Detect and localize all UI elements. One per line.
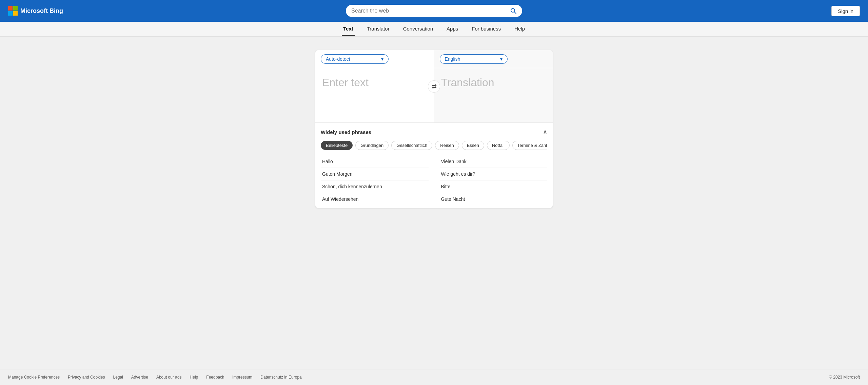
category-grundlagen[interactable]: Grundlagen: [355, 141, 389, 150]
logo-text: Microsoft Bing: [20, 7, 63, 15]
svg-rect-3: [13, 11, 18, 16]
phrase-item[interactable]: Auf Wiedersehen: [321, 193, 429, 205]
phrase-item[interactable]: Hallo: [321, 155, 429, 168]
footer: Manage Cookie Preferences Privacy and Co…: [0, 369, 868, 385]
category-reisen[interactable]: Reisen: [435, 141, 459, 150]
phrases-title: Widely used phrases: [321, 129, 371, 135]
footer-link-impressum[interactable]: Impressum: [232, 375, 252, 380]
footer-links: Manage Cookie Preferences Privacy and Co…: [8, 375, 302, 380]
target-panel-body: Translation: [434, 68, 553, 122]
category-gesellschaftlich[interactable]: Gesellschaftlich: [391, 141, 432, 150]
footer-link-legal[interactable]: Legal: [113, 375, 123, 380]
microsoft-logo-icon: [8, 6, 18, 16]
source-panel-header: Auto-detect ▾: [315, 50, 434, 68]
search-bar: [346, 5, 522, 17]
phrase-col-right: Vielen Dank Wie geht es dir? Bitte Gute …: [440, 155, 548, 205]
search-button[interactable]: [510, 7, 517, 14]
source-lang-chevron-icon: ▾: [381, 56, 383, 62]
nav-item-for-business[interactable]: For business: [470, 22, 502, 36]
footer-link-advertise[interactable]: Advertise: [131, 375, 148, 380]
footer-link-cookies[interactable]: Manage Cookie Preferences: [8, 375, 60, 380]
translator-panels: Auto-detect ▾ Enter text ⇄ English ▾: [315, 50, 553, 122]
collapse-icon: ∧: [543, 129, 547, 135]
main-content: Auto-detect ▾ Enter text ⇄ English ▾: [0, 37, 868, 369]
category-termine-zahlen[interactable]: Termine & Zahlen: [512, 141, 547, 150]
nav-item-translator[interactable]: Translator: [366, 22, 391, 36]
search-icon: [510, 7, 517, 14]
logo-area[interactable]: Microsoft Bing: [8, 6, 63, 16]
footer-copyright: © 2023 Microsoft: [829, 375, 860, 380]
phrase-divider: [434, 155, 434, 205]
source-lang-label: Auto-detect: [326, 56, 350, 62]
source-panel: Auto-detect ▾ Enter text: [315, 50, 434, 122]
target-lang-label: English: [445, 56, 460, 62]
phrase-item[interactable]: Vielen Dank: [440, 155, 548, 168]
sign-in-button[interactable]: Sign in: [831, 6, 860, 16]
phrase-rows: Hallo Guten Morgen Schön, dich kennenzul…: [321, 155, 547, 205]
header: Microsoft Bing Sign in: [0, 0, 868, 22]
svg-rect-0: [8, 6, 13, 11]
footer-link-datenschutz[interactable]: Datenschutz in Europa: [260, 375, 301, 380]
category-essen[interactable]: Essen: [462, 141, 484, 150]
target-panel-header: English ▾: [434, 50, 553, 68]
search-bar-container: [346, 5, 522, 17]
search-input[interactable]: [351, 8, 507, 14]
phrase-item[interactable]: Bitte: [440, 180, 548, 193]
phrase-item[interactable]: Gute Nacht: [440, 193, 548, 205]
swap-icon: ⇄: [432, 83, 437, 90]
nav-item-text[interactable]: Text: [342, 22, 355, 36]
nav-item-apps[interactable]: Apps: [445, 22, 459, 36]
target-placeholder: Translation: [441, 76, 494, 89]
svg-line-5: [514, 12, 516, 14]
footer-link-help[interactable]: Help: [190, 375, 198, 380]
collapse-phrases-button[interactable]: ∧: [543, 128, 547, 136]
nav-item-help[interactable]: Help: [513, 22, 526, 36]
target-lang-chevron-icon: ▾: [500, 56, 502, 62]
phrase-item[interactable]: Wie geht es dir?: [440, 168, 548, 180]
swap-languages-button[interactable]: ⇄: [428, 80, 440, 93]
footer-link-privacy[interactable]: Privacy and Cookies: [68, 375, 105, 380]
phrase-categories: Beliebteste Grundlagen Gesellschaftlich …: [321, 140, 547, 150]
phrase-item[interactable]: Schön, dich kennenzulernen: [321, 180, 429, 193]
category-notfall[interactable]: Notfall: [487, 141, 510, 150]
source-lang-select[interactable]: Auto-detect ▾: [321, 54, 389, 64]
target-lang-select[interactable]: English ▾: [440, 54, 508, 64]
phrases-section: Widely used phrases ∧ Beliebteste Grundl…: [315, 122, 553, 208]
phrases-header: Widely used phrases ∧: [321, 128, 547, 136]
footer-link-about-ads[interactable]: About our ads: [156, 375, 182, 380]
translator-container: Auto-detect ▾ Enter text ⇄ English ▾: [315, 50, 553, 208]
nav-item-conversation[interactable]: Conversation: [402, 22, 434, 36]
category-beliebteste[interactable]: Beliebteste: [321, 141, 353, 150]
svg-rect-1: [13, 6, 18, 11]
nav: Text Translator Conversation Apps For bu…: [0, 22, 868, 37]
source-panel-body[interactable]: Enter text: [315, 68, 434, 122]
phrase-item[interactable]: Guten Morgen: [321, 168, 429, 180]
target-panel: English ▾ Translation: [434, 50, 553, 122]
phrase-col-left: Hallo Guten Morgen Schön, dich kennenzul…: [321, 155, 429, 205]
footer-link-feedback[interactable]: Feedback: [206, 375, 224, 380]
svg-rect-2: [8, 11, 13, 16]
source-placeholder: Enter text: [322, 76, 369, 89]
